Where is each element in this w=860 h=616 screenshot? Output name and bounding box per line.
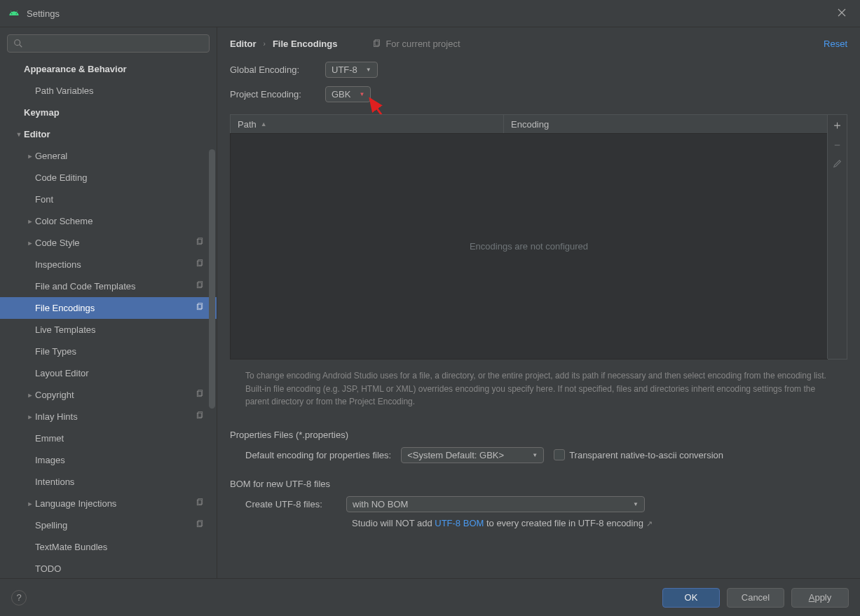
project-encoding-select[interactable]: GBK ▼ <box>325 86 371 102</box>
close-icon[interactable] <box>832 5 852 22</box>
tree-item-images[interactable]: Images <box>0 449 217 471</box>
chevron-down-icon: ▼ <box>14 131 24 138</box>
tree-item-inlay-hints[interactable]: ►Inlay Hints <box>0 406 217 427</box>
tree-item-label: Font <box>35 194 217 205</box>
props-default-label: Default encoding for properties files: <box>245 450 391 460</box>
svg-line-1 <box>20 45 22 48</box>
tree-item-emmet[interactable]: Emmet <box>0 427 217 449</box>
tree-item-file-encodings[interactable]: File Encodings <box>0 297 217 319</box>
tree-item-live-templates[interactable]: Live Templates <box>0 319 217 341</box>
global-encoding-select[interactable]: UTF-8 ▼ <box>325 62 378 78</box>
project-encoding-label: Project Encoding: <box>230 89 314 100</box>
copy-icon <box>196 259 204 270</box>
tree-item-label: General <box>35 151 217 161</box>
chevron-right-icon: ► <box>25 240 35 247</box>
settings-tree: Appearance & BehaviorPath VariablesKeyma… <box>0 58 217 578</box>
scrollbar[interactable] <box>209 149 215 409</box>
tree-item-copyright[interactable]: ►Copyright <box>0 384 217 406</box>
tree-item-appearance-behavior[interactable]: Appearance & Behavior <box>0 58 217 80</box>
tree-item-label: Code Editing <box>35 172 217 183</box>
tree-item-label: TODO <box>35 563 217 574</box>
tree-item-label: Copyright <box>35 390 196 400</box>
tree-item-editor[interactable]: ▼Editor <box>0 123 217 145</box>
tree-item-code-style[interactable]: ►Code Style <box>0 232 217 254</box>
add-button[interactable]: ＋ <box>828 115 847 135</box>
chevron-right-icon: › <box>264 40 266 48</box>
tree-item-color-scheme[interactable]: ►Color Scheme <box>0 210 217 232</box>
tree-item-intentions[interactable]: Intentions <box>0 471 217 493</box>
tree-item-label: TextMate Bundles <box>35 542 217 552</box>
chevron-down-icon: ▼ <box>633 501 639 507</box>
tree-item-todo[interactable]: TODO <box>0 558 217 578</box>
remove-button[interactable]: － <box>828 135 847 154</box>
copy-icon <box>196 281 204 292</box>
tree-item-label: Language Injections <box>35 498 196 509</box>
transparent-checkbox[interactable]: Transparent native-to-ascii conversion <box>554 449 723 460</box>
copy-icon <box>196 520 204 531</box>
encoding-table: Path ▲ Encoding Encodings are not config… <box>230 114 847 360</box>
edit-button[interactable] <box>828 154 847 174</box>
copy-icon <box>196 411 204 422</box>
copy-icon <box>196 498 204 509</box>
create-utf8-select[interactable]: with NO BOM ▼ <box>346 496 645 512</box>
chevron-right-icon: ► <box>25 392 35 399</box>
android-icon <box>8 8 20 19</box>
tree-item-textmate-bundles[interactable]: TextMate Bundles <box>0 536 217 558</box>
search-input[interactable] <box>7 34 210 53</box>
breadcrumb-root[interactable]: Editor <box>230 39 257 49</box>
tree-item-label: Emmet <box>35 433 217 444</box>
tree-item-label: Editor <box>24 129 217 139</box>
tree-item-layout-editor[interactable]: Layout Editor <box>0 362 217 384</box>
chevron-down-icon: ▼ <box>366 67 371 73</box>
tree-item-keymap[interactable]: Keymap <box>0 102 217 123</box>
tree-item-path-variables[interactable]: Path Variables <box>0 80 217 102</box>
tree-item-file-types[interactable]: File Types <box>0 341 217 362</box>
checkbox-icon <box>554 449 565 460</box>
tree-item-inspections[interactable]: Inspections <box>0 254 217 275</box>
create-utf8-label: Create UTF-8 files: <box>245 499 336 509</box>
tree-item-spelling[interactable]: Spelling <box>0 514 217 536</box>
tree-item-label: Layout Editor <box>35 368 217 378</box>
props-default-select[interactable]: <System Default: GBK> ▼ <box>401 447 544 463</box>
search-icon <box>13 39 23 48</box>
tree-item-label: Appearance & Behavior <box>24 64 217 74</box>
tree-item-code-editing[interactable]: Code Editing <box>0 167 217 189</box>
reset-link[interactable]: Reset <box>824 39 847 49</box>
tree-item-label: Color Scheme <box>35 216 217 226</box>
properties-heading: Properties Files (*.properties) <box>230 430 847 440</box>
tree-item-label: Keymap <box>24 107 217 118</box>
tree-item-general[interactable]: ►General <box>0 145 217 167</box>
tree-item-label: Inlay Hints <box>35 411 196 422</box>
tree-item-font[interactable]: Font <box>0 189 217 210</box>
breadcrumb-leaf: File Encodings <box>273 39 337 49</box>
svg-point-0 <box>15 40 20 46</box>
tree-item-label: Live Templates <box>35 324 217 335</box>
tree-item-label: Path Variables <box>35 85 217 96</box>
table-empty: Encodings are not configured <box>230 133 828 360</box>
copy-icon <box>372 39 381 48</box>
apply-button[interactable]: Apply <box>791 588 849 608</box>
breadcrumb: Editor › File Encodings For current proj… <box>230 39 847 49</box>
chevron-right-icon: ► <box>25 218 35 225</box>
copy-icon <box>196 238 204 248</box>
tree-item-file-and-code-templates[interactable]: File and Code Templates <box>0 275 217 297</box>
utf8-bom-link[interactable]: UTF-8 BOM <box>435 518 484 528</box>
scope-label: For current project <box>372 39 460 49</box>
global-encoding-label: Global Encoding: <box>230 64 314 75</box>
footer: ? OK Cancel Apply <box>0 578 860 616</box>
col-encoding[interactable]: Encoding <box>504 115 827 133</box>
window-title: Settings <box>27 8 60 19</box>
titlebar: Settings <box>0 0 860 27</box>
bom-hint: Studio will NOT add UTF-8 BOM to every c… <box>230 518 847 528</box>
tree-item-label: Intentions <box>35 477 217 487</box>
tree-item-label: Images <box>35 455 217 465</box>
help-button[interactable]: ? <box>11 590 27 605</box>
sort-asc-icon: ▲ <box>261 121 267 128</box>
cancel-button[interactable]: Cancel <box>727 588 784 608</box>
tree-item-label: File Encodings <box>35 303 196 313</box>
col-path[interactable]: Path ▲ <box>231 115 504 133</box>
tree-item-label: Spelling <box>35 520 196 531</box>
copy-icon <box>196 390 204 400</box>
ok-button[interactable]: OK <box>662 588 720 608</box>
tree-item-language-injections[interactable]: ►Language Injections <box>0 493 217 514</box>
